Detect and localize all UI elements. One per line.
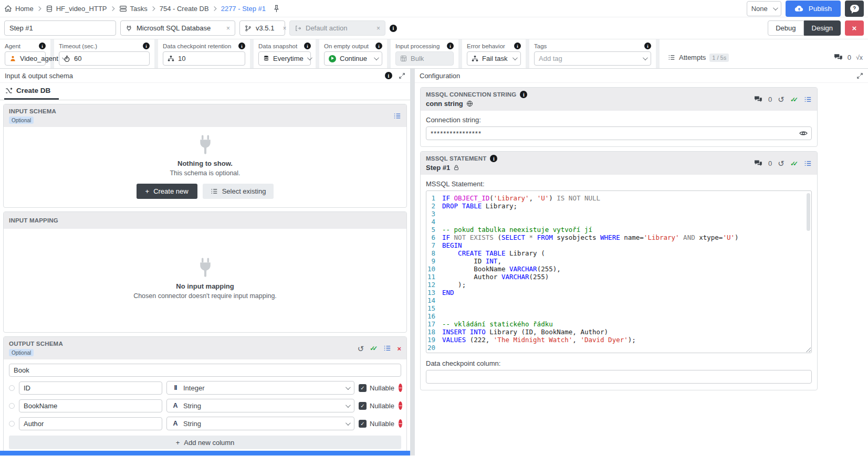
comments-icon[interactable] bbox=[754, 96, 762, 103]
error-behavior-select[interactable]: Fail task bbox=[467, 51, 521, 66]
validate-icon[interactable]: ✓✓ bbox=[370, 345, 378, 352]
version-dropdown[interactable]: None bbox=[747, 1, 781, 16]
line-number: 11 bbox=[426, 273, 442, 281]
publish-button[interactable]: Publish bbox=[786, 1, 841, 17]
info-icon[interactable]: i bbox=[385, 72, 392, 79]
create-new-button[interactable]: + Create new bbox=[137, 184, 197, 199]
help-chat-button[interactable]: ? bbox=[845, 1, 864, 17]
list-icon[interactable] bbox=[393, 112, 401, 120]
list-icon[interactable] bbox=[383, 345, 391, 352]
list-icon[interactable] bbox=[804, 160, 812, 167]
radio-icon[interactable] bbox=[9, 421, 15, 427]
snapshot-select[interactable]: Everytime bbox=[258, 51, 311, 66]
breadcrumb-tasks[interactable]: Tasks bbox=[119, 5, 148, 13]
action-pill[interactable]: Default action × bbox=[289, 20, 385, 36]
select-existing-button[interactable]: Select existing bbox=[203, 184, 274, 199]
column-name-input[interactable] bbox=[19, 399, 162, 412]
tasks-icon bbox=[119, 5, 127, 13]
undo-icon[interactable]: ↺ bbox=[778, 160, 785, 167]
column-type-select[interactable]: A String bbox=[166, 417, 354, 430]
code-text: IF OBJECT_ID('Library', 'U') IS NOT NULL bbox=[442, 194, 600, 202]
code-line: 18INSERT INTO Library (ID, BookName, Aut… bbox=[426, 328, 811, 336]
info-icon[interactable]: i bbox=[490, 155, 497, 162]
remove-column-icon[interactable]: − bbox=[399, 384, 402, 392]
nullable-checkbox[interactable]: ✓ Nullable bbox=[359, 384, 394, 392]
info-icon[interactable]: i bbox=[143, 43, 150, 49]
formula-icon[interactable]: √x bbox=[856, 54, 863, 61]
comments-icon[interactable] bbox=[834, 54, 843, 61]
clear-action-icon[interactable]: × bbox=[372, 25, 380, 32]
expand-icon[interactable] bbox=[856, 72, 863, 79]
clear-version-icon[interactable]: × bbox=[278, 25, 286, 32]
string-type-icon: A bbox=[172, 420, 179, 427]
breadcrumb-task[interactable]: 754 - Create DB bbox=[160, 5, 209, 13]
chevron-right-icon bbox=[151, 6, 156, 12]
column-name-input[interactable] bbox=[19, 417, 162, 430]
step-name-input[interactable] bbox=[4, 20, 116, 36]
remove-schema-icon[interactable]: × bbox=[397, 344, 401, 352]
line-number: 15 bbox=[426, 304, 442, 312]
home-icon bbox=[4, 5, 12, 13]
debug-button[interactable]: Debug bbox=[768, 20, 803, 36]
remove-column-icon[interactable]: − bbox=[399, 419, 402, 428]
info-icon[interactable]: i bbox=[375, 43, 382, 49]
eye-icon[interactable] bbox=[799, 130, 808, 136]
code-line: 16 bbox=[426, 312, 811, 320]
clear-connector-icon[interactable]: × bbox=[222, 25, 230, 32]
validate-icon[interactable]: ✓✓ bbox=[790, 160, 798, 167]
info-icon[interactable]: i bbox=[304, 43, 311, 49]
column-type-select[interactable]: II Integer bbox=[166, 381, 354, 395]
empty-output-select[interactable]: Continue bbox=[324, 51, 382, 66]
column-type-select[interactable]: A String bbox=[166, 399, 354, 412]
info-icon[interactable]: i bbox=[520, 91, 527, 98]
info-icon[interactable]: i bbox=[447, 43, 454, 49]
breadcrumb-project[interactable]: HF_video_HTTP bbox=[46, 5, 107, 13]
info-icon[interactable]: i bbox=[390, 25, 397, 32]
info-icon[interactable]: i bbox=[39, 43, 46, 49]
info-icon[interactable]: i bbox=[238, 43, 245, 49]
comments-count: 0 bbox=[848, 54, 851, 61]
undo-icon[interactable]: ↺ bbox=[358, 344, 364, 352]
pin-icon[interactable] bbox=[273, 5, 280, 13]
code-line: 12 ); bbox=[426, 281, 811, 289]
nullable-checkbox[interactable]: ✓ Nullable bbox=[359, 402, 394, 410]
breadcrumb-bar: Home HF_video_HTTP Tasks 754 - Create DB… bbox=[0, 0, 868, 17]
chevron-down-icon bbox=[513, 55, 518, 60]
column-name-input[interactable] bbox=[19, 381, 162, 395]
tab-create-db[interactable]: Create DB bbox=[4, 83, 59, 100]
undo-icon[interactable]: ↺ bbox=[778, 96, 785, 103]
editor-scrollbar[interactable] bbox=[807, 193, 810, 231]
data-checkpoint-input[interactable] bbox=[426, 370, 812, 384]
close-step-button[interactable]: × bbox=[845, 20, 864, 36]
timeout-input[interactable]: 60 bbox=[59, 51, 150, 66]
configuration-panel: Configuration MSSQL CONNECTION STRING i … bbox=[415, 69, 868, 455]
sql-editor[interactable]: 1IF OBJECT_ID('Library', 'U') IS NOT NUL… bbox=[426, 190, 812, 353]
code-line: 8 CREATE TABLE Library ( bbox=[426, 249, 811, 257]
radio-icon[interactable] bbox=[9, 385, 15, 391]
connection-string-input[interactable] bbox=[426, 126, 812, 140]
add-column-button[interactable]: + Add new column bbox=[9, 436, 401, 449]
schema-name-input[interactable] bbox=[9, 364, 401, 377]
list-icon[interactable] bbox=[804, 96, 812, 103]
retention-input[interactable]: 10 bbox=[163, 51, 245, 66]
version-pill[interactable]: v3.5.1 × bbox=[239, 20, 285, 36]
remove-column-icon[interactable]: − bbox=[399, 401, 402, 410]
comments-icon[interactable] bbox=[754, 160, 762, 167]
input-mapping-header: INPUT MAPPING bbox=[4, 212, 406, 229]
code-line: 11 Author VARCHAR(255) bbox=[426, 273, 811, 281]
expand-icon[interactable] bbox=[399, 72, 405, 79]
agent-select[interactable]: Video_agent bbox=[5, 51, 46, 66]
design-button[interactable]: Design bbox=[804, 20, 841, 36]
attempts-control[interactable]: Attempts 1 / 5s bbox=[660, 54, 731, 62]
line-number: 13 bbox=[426, 289, 442, 296]
info-icon[interactable]: i bbox=[644, 43, 651, 49]
info-icon[interactable]: i bbox=[514, 43, 521, 49]
connection-name: conn string bbox=[426, 100, 463, 108]
breadcrumb-step[interactable]: 2277 - Step #1 bbox=[221, 5, 266, 13]
tags-select[interactable]: Add tag bbox=[534, 51, 651, 66]
radio-icon[interactable] bbox=[9, 403, 15, 409]
connector-pill[interactable]: Microsoft SQL Database × bbox=[120, 20, 235, 36]
breadcrumb-home[interactable]: Home bbox=[4, 5, 34, 13]
nullable-checkbox[interactable]: ✓ Nullable bbox=[359, 420, 394, 428]
validate-icon[interactable]: ✓✓ bbox=[790, 96, 798, 103]
